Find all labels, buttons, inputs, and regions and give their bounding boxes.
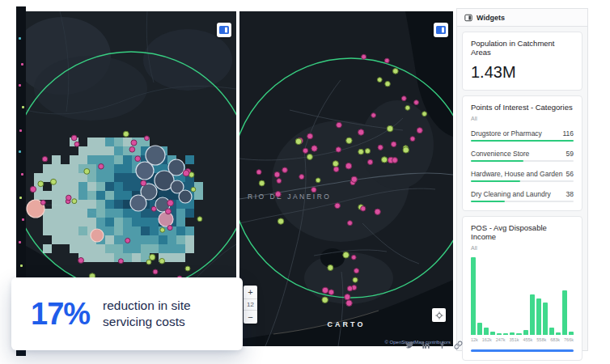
widget-title: Population in Catchment Areas (471, 39, 574, 57)
poi-category-row[interactable]: Dry Cleaning and Laundry 38 (471, 190, 574, 202)
pos-histogram[interactable] (471, 257, 574, 335)
poi-bar-track (471, 160, 574, 162)
layer-chip (19, 129, 22, 132)
facebook-icon[interactable] (438, 341, 447, 349)
histogram-bar (503, 333, 508, 335)
tick-label: 766k (564, 337, 574, 342)
population-widget: Population in Catchment Areas 1.43M (462, 32, 582, 91)
tick-label: 351k (510, 337, 519, 342)
poi-category-label: Dry Cleaning and Laundry (471, 190, 551, 198)
tick-label: 247k (496, 337, 506, 342)
histogram-bar (536, 298, 541, 335)
city-label: RIO DE JANEIRO (248, 193, 331, 201)
histogram-bar (484, 328, 489, 335)
pos-histogram-ticks: 12k 162k 247k 351k 455k 558k 683k 766k (471, 337, 574, 342)
layer-chip (22, 218, 24, 221)
layer-chip (19, 37, 21, 40)
tick-label: 12k (471, 337, 478, 342)
poi-category-label: Convenience Store (471, 150, 529, 158)
stat-card: 17% reduction in site servicing costs (11, 277, 243, 350)
poi-category-row[interactable]: Convenience Store 59 (471, 150, 574, 162)
link-icon[interactable] (454, 341, 463, 349)
stat-text-line1: reduction in site (103, 298, 191, 314)
tick-label: 162k (482, 337, 492, 342)
poi-category-value: 116 (562, 129, 574, 138)
widgets-panel: Widgets Population in Catchment Areas 1.… (456, 8, 588, 351)
stat-text-line2: servicing costs (103, 314, 191, 330)
poi-bar-fill (471, 140, 574, 142)
poi-category-row[interactable]: Drugstore or Pharmacy 116 (471, 129, 574, 142)
poi-bar-fill (471, 201, 505, 202)
poi-category-row[interactable]: Hardware, House and Garden 56 (471, 170, 574, 182)
poi-bar-fill (471, 180, 520, 182)
zoom-out-button[interactable]: − (244, 311, 257, 324)
map-right-art: RIO DE JANEIRO (239, 11, 453, 346)
widgets-header[interactable]: Widgets (457, 9, 587, 27)
layer-chip (20, 265, 23, 267)
linkedin-icon[interactable] (421, 341, 430, 349)
widgets-header-label: Widgets (477, 14, 505, 22)
layer-chip (22, 106, 24, 108)
histogram-bar (569, 332, 574, 335)
tick-label: 455k (523, 337, 532, 342)
poi-category-label: Hardware, House and Garden (471, 170, 562, 178)
histogram-bar (477, 323, 482, 335)
panel-icon (436, 26, 446, 34)
histogram-bar (490, 332, 495, 335)
locate-icon (435, 311, 443, 320)
poi-bar-track (471, 201, 574, 202)
pos-widget: POS - Avg Disposable Income All 12k 162k… (462, 216, 582, 361)
tick-label: 683k (550, 337, 560, 342)
widgets-toggle-button[interactable] (434, 23, 448, 37)
population-value: 1.43M (471, 63, 574, 82)
widgets-icon (464, 14, 472, 22)
histogram-bar (543, 303, 548, 335)
layer-chip (19, 197, 22, 199)
poi-widget: Points of Interest - Categories All Drug… (462, 95, 582, 211)
widget-filter-label: All (471, 116, 574, 121)
layer-chip (19, 84, 21, 87)
histogram-bar (516, 333, 521, 335)
stat-text: reduction in site servicing costs (103, 298, 191, 330)
map-right[interactable]: RIO DE JANEIRO + 12 − CARTO © OpenStreet… (239, 11, 453, 346)
twitter-icon[interactable] (405, 341, 414, 349)
locate-button[interactable] (432, 308, 446, 322)
poi-bar-track (471, 180, 574, 182)
poi-category-value: 38 (566, 190, 574, 198)
histogram-bar (549, 328, 554, 335)
layer-chip (21, 173, 23, 176)
widget-scrollbar[interactable] (471, 349, 574, 352)
histogram-bar (510, 332, 515, 335)
histogram-bar (471, 257, 476, 335)
layer-chip (19, 150, 21, 153)
histogram-bar (562, 290, 567, 335)
poi-bar-fill (471, 160, 523, 162)
widget-title: POS - Avg Disposable Income (471, 223, 574, 241)
carto-logo[interactable]: CARTO (328, 320, 366, 328)
poi-bar-track (471, 140, 574, 142)
zoom-level: 12 (244, 298, 257, 311)
histogram-bar (523, 330, 528, 335)
stat-value: 17% (31, 297, 90, 332)
poi-category-value: 59 (566, 150, 574, 158)
poi-category-label: Drugstore or Pharmacy (471, 129, 542, 138)
tick-label: 558k (536, 337, 546, 342)
zoom-in-button[interactable]: + (244, 286, 257, 298)
panel-icon (219, 26, 229, 34)
widget-filter-label: All (471, 245, 574, 251)
widgets-toggle-button[interactable] (217, 23, 231, 37)
histogram-bar (530, 294, 535, 335)
histogram-bar (556, 332, 561, 335)
layer-chip (21, 63, 23, 66)
social-links (405, 341, 463, 349)
widget-title: Points of Interest - Categories (471, 103, 574, 112)
layer-chip (19, 241, 21, 243)
zoom-control: + 12 − (244, 286, 257, 324)
poi-category-value: 56 (566, 170, 574, 178)
histogram-bar (497, 333, 502, 335)
